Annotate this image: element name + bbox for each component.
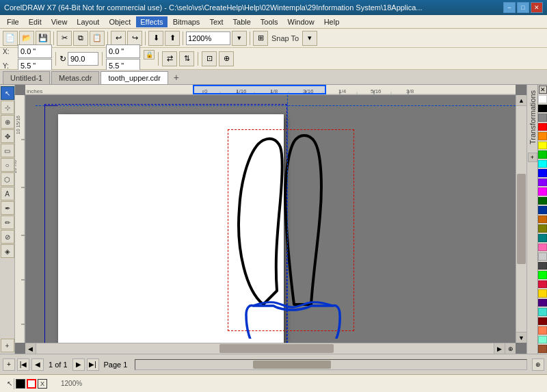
- swatch-lime[interactable]: [538, 271, 547, 279]
- swatch-crimson[interactable]: [538, 280, 547, 289]
- text-tool[interactable]: A: [1, 187, 14, 200]
- scroll-up-btn[interactable]: ▲: [516, 95, 526, 106]
- swatch-coral[interactable]: [538, 326, 547, 335]
- tab-tooth[interactable]: tooth_upper.cdr: [101, 71, 168, 84]
- new-btn[interactable]: 📄: [3, 31, 18, 46]
- close-button[interactable]: ✕: [531, 2, 543, 13]
- swatch-turquoise[interactable]: [538, 308, 547, 316]
- convert-btn[interactable]: ⊡: [202, 51, 217, 66]
- add-page-btn[interactable]: +: [1, 339, 14, 352]
- paste-btn[interactable]: 📋: [90, 31, 105, 46]
- swatch-aquamarine[interactable]: [538, 336, 547, 344]
- pan-tool[interactable]: ✥: [1, 129, 14, 143]
- undo-btn[interactable]: ↩: [111, 31, 126, 46]
- node-tool[interactable]: ⊹: [1, 101, 14, 114]
- first-page-btn[interactable]: |◀: [17, 358, 29, 371]
- zoom-dropdown[interactable]: ▾: [232, 31, 247, 46]
- zoom-input[interactable]: [186, 31, 230, 45]
- select-tool[interactable]: ↖: [1, 86, 14, 100]
- swatch-blue[interactable]: [538, 169, 547, 177]
- swatch-gray[interactable]: [538, 114, 547, 122]
- mirror-h-btn[interactable]: ⇄: [162, 51, 177, 66]
- add-page-btn[interactable]: +: [3, 358, 15, 371]
- swatch-brown[interactable]: [538, 215, 547, 224]
- pen-tool[interactable]: ✒: [1, 201, 14, 215]
- swatch-teal[interactable]: [538, 234, 547, 242]
- swatch-maroon[interactable]: [538, 317, 547, 326]
- prev-page-btn[interactable]: ◀: [31, 358, 44, 371]
- menu-object[interactable]: Object: [105, 16, 135, 27]
- zoom-fit-btn[interactable]: ⊕: [505, 343, 516, 354]
- swatch-violet[interactable]: [538, 179, 547, 187]
- swatch-magenta[interactable]: [538, 187, 547, 196]
- tab-metas[interactable]: Metas.cdr: [51, 71, 99, 84]
- lock-btn[interactable]: 🔒: [144, 50, 155, 60]
- width-input[interactable]: [106, 44, 140, 58]
- ellipse-tool[interactable]: ○: [1, 158, 14, 172]
- rect-tool[interactable]: ▭: [1, 144, 14, 157]
- x-input[interactable]: [18, 44, 52, 58]
- swatch-darkgreen[interactable]: [538, 197, 547, 205]
- scroll-thumb-h[interactable]: [219, 344, 334, 353]
- menu-bitmaps[interactable]: Bitmaps: [169, 16, 204, 27]
- cut-btn[interactable]: ✂: [57, 31, 72, 46]
- no-fill-swatch[interactable]: ✕: [539, 86, 547, 94]
- menu-text[interactable]: Text: [205, 16, 227, 27]
- export-btn[interactable]: ⬆: [165, 31, 180, 46]
- menu-table[interactable]: Table: [229, 16, 255, 27]
- fill-tool[interactable]: ◈: [1, 244, 14, 258]
- swatch-gold[interactable]: [538, 289, 547, 298]
- tab-untitled[interactable]: Untitled-1: [3, 71, 50, 84]
- transform-label[interactable]: Transformations: [529, 88, 537, 147]
- apply-btn[interactable]: ⊕: [219, 51, 234, 66]
- mirror-v-btn[interactable]: ⇅: [179, 51, 194, 66]
- eyedropper-tool[interactable]: ⊘: [1, 230, 14, 244]
- menu-view[interactable]: View: [47, 16, 72, 27]
- swatch-dkgray[interactable]: [538, 262, 547, 270]
- horizontal-scrollbar[interactable]: [135, 359, 527, 370]
- swatch-sienna[interactable]: [538, 345, 547, 353]
- pencil-tool[interactable]: ✏: [1, 215, 14, 229]
- open-btn[interactable]: 📂: [19, 31, 34, 46]
- swatch-green[interactable]: [538, 151, 547, 159]
- swatch-olive[interactable]: [538, 224, 547, 233]
- import-btn[interactable]: ⬇: [148, 31, 163, 46]
- copy-btn[interactable]: ⧉: [73, 31, 88, 46]
- zoom-tool[interactable]: ⊕: [1, 115, 14, 129]
- tab-add-button[interactable]: +: [170, 70, 183, 84]
- menu-window[interactable]: Window: [284, 16, 319, 27]
- swatch-pink[interactable]: [538, 244, 547, 252]
- swatch-cyan[interactable]: [538, 160, 547, 168]
- redo-btn[interactable]: ↪: [127, 31, 142, 46]
- swatch-navy[interactable]: [538, 206, 547, 214]
- menu-file[interactable]: File: [3, 16, 23, 27]
- swatch-orange[interactable]: [538, 132, 547, 140]
- swatch-red[interactable]: [538, 123, 547, 131]
- polygon-tool[interactable]: ⬡: [1, 172, 14, 186]
- maximize-button[interactable]: □: [517, 2, 529, 13]
- snap-dropdown-btn[interactable]: ▾: [302, 31, 317, 46]
- menu-effects[interactable]: Effects: [136, 16, 167, 27]
- swatch-black[interactable]: [538, 105, 547, 113]
- menu-edit[interactable]: Edit: [25, 16, 46, 27]
- scroll-left-btn[interactable]: ◀: [25, 343, 36, 354]
- swatch-white[interactable]: [538, 95, 547, 103]
- transform-plus-btn[interactable]: +: [528, 153, 537, 162]
- scroll-right-btn[interactable]: ▶: [494, 343, 505, 354]
- h-scroll-thumb[interactable]: [253, 361, 331, 369]
- menu-tools[interactable]: Tools: [256, 16, 282, 27]
- swatch-yellow[interactable]: [538, 142, 547, 150]
- scroll-down-btn[interactable]: ▼: [516, 332, 526, 343]
- snap-btn[interactable]: ⊞: [253, 31, 268, 46]
- last-page-btn[interactable]: ▶|: [87, 358, 99, 371]
- minimize-button[interactable]: −: [503, 2, 516, 13]
- drawing-canvas[interactable]: [25, 95, 516, 343]
- scroll-thumb-v[interactable]: [517, 174, 526, 264]
- swatch-indigo[interactable]: [538, 299, 547, 307]
- menu-help[interactable]: Help: [320, 16, 344, 27]
- menu-layout[interactable]: Layout: [72, 16, 103, 27]
- save-btn[interactable]: 💾: [36, 31, 51, 46]
- angle-input[interactable]: [68, 52, 98, 66]
- next-page-btn[interactable]: ▶: [72, 358, 85, 371]
- swatch-ltgray[interactable]: [538, 252, 547, 261]
